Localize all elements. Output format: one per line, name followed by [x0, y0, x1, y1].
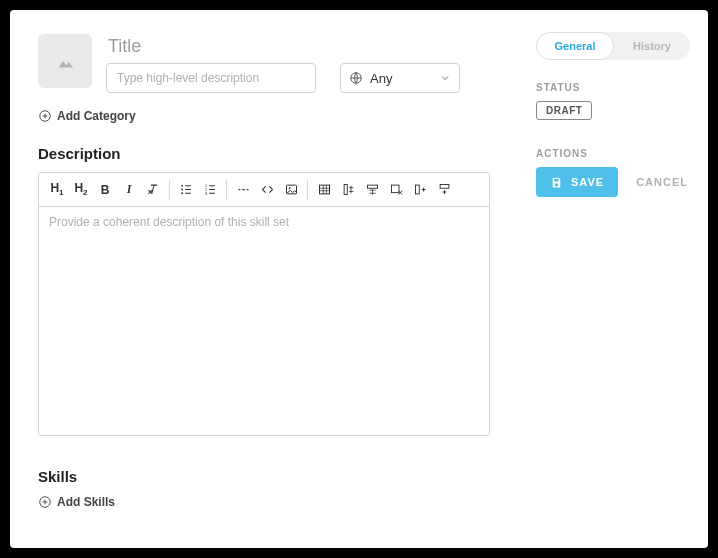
- svg-point-2: [181, 185, 183, 187]
- skills-section-title: Skills: [38, 468, 490, 485]
- table-row-icon: [365, 182, 380, 197]
- rich-text-editor: H1 H2 B I 123: [38, 172, 490, 436]
- plus-circle-icon: [38, 109, 52, 123]
- image-icon: [284, 182, 299, 197]
- svg-rect-10: [319, 185, 329, 194]
- code-icon: [260, 182, 275, 197]
- svg-rect-13: [391, 185, 399, 193]
- tab-general[interactable]: General: [536, 32, 614, 60]
- save-icon: [550, 176, 563, 189]
- image-placeholder[interactable]: [38, 34, 92, 88]
- status-badge: DRAFT: [536, 101, 592, 120]
- chevron-down-icon: [439, 72, 451, 84]
- add-category-label: Add Category: [57, 109, 136, 123]
- plus-circle-icon: [38, 495, 52, 509]
- title-input[interactable]: Title: [106, 34, 490, 57]
- save-button[interactable]: SAVE: [536, 167, 618, 197]
- svg-point-4: [181, 192, 183, 194]
- table-row-button[interactable]: [360, 177, 384, 203]
- toolbar-separator: [307, 180, 308, 200]
- svg-rect-11: [344, 185, 347, 195]
- add-skills-label: Add Skills: [57, 495, 115, 509]
- unordered-list-button[interactable]: [174, 177, 198, 203]
- svg-rect-12: [367, 185, 377, 188]
- actions-label: ACTIONS: [536, 148, 690, 159]
- globe-icon: [349, 71, 363, 85]
- bold-button[interactable]: B: [93, 177, 117, 203]
- add-column-button[interactable]: [408, 177, 432, 203]
- scope-select[interactable]: Any: [340, 63, 460, 93]
- horizontal-rule-button[interactable]: [231, 177, 255, 203]
- description-input[interactable]: [106, 63, 316, 93]
- toolbar-separator: [169, 180, 170, 200]
- table-icon: [317, 182, 332, 197]
- cancel-button[interactable]: CANCEL: [636, 176, 688, 188]
- list-ol-icon: 123: [203, 182, 218, 197]
- sidebar-tabs: General History: [536, 32, 690, 60]
- add-skills-button[interactable]: Add Skills: [38, 495, 115, 509]
- svg-rect-15: [440, 185, 449, 189]
- clear-format-button[interactable]: [141, 177, 165, 203]
- table-column-button[interactable]: [336, 177, 360, 203]
- ordered-list-button[interactable]: 123: [198, 177, 222, 203]
- table-col-icon: [341, 182, 356, 197]
- add-row-icon: [437, 182, 452, 197]
- editor-toolbar: H1 H2 B I 123: [39, 173, 489, 207]
- table-delete-icon: [389, 182, 404, 197]
- mountain-icon: [54, 50, 76, 72]
- image-button[interactable]: [279, 177, 303, 203]
- svg-rect-14: [415, 185, 419, 194]
- delete-table-button[interactable]: [384, 177, 408, 203]
- add-category-button[interactable]: Add Category: [38, 109, 136, 123]
- table-button[interactable]: [312, 177, 336, 203]
- heading1-button[interactable]: H1: [45, 177, 69, 203]
- clear-format-icon: [146, 182, 161, 197]
- hr-icon: [236, 182, 251, 197]
- code-button[interactable]: [255, 177, 279, 203]
- scope-selected-value: Any: [370, 71, 392, 86]
- description-section-title: Description: [38, 145, 490, 162]
- list-ul-icon: [179, 182, 194, 197]
- status-label: STATUS: [536, 82, 690, 93]
- tab-history[interactable]: History: [614, 32, 690, 60]
- heading2-button[interactable]: H2: [69, 177, 93, 203]
- add-row-button[interactable]: [432, 177, 456, 203]
- svg-text:3: 3: [204, 192, 206, 196]
- svg-point-9: [288, 187, 290, 189]
- editor-textarea[interactable]: Provide a coherent description of this s…: [39, 207, 489, 435]
- toolbar-separator: [226, 180, 227, 200]
- save-label: SAVE: [571, 176, 604, 188]
- italic-button[interactable]: I: [117, 177, 141, 203]
- svg-point-3: [181, 189, 183, 191]
- add-col-icon: [413, 182, 428, 197]
